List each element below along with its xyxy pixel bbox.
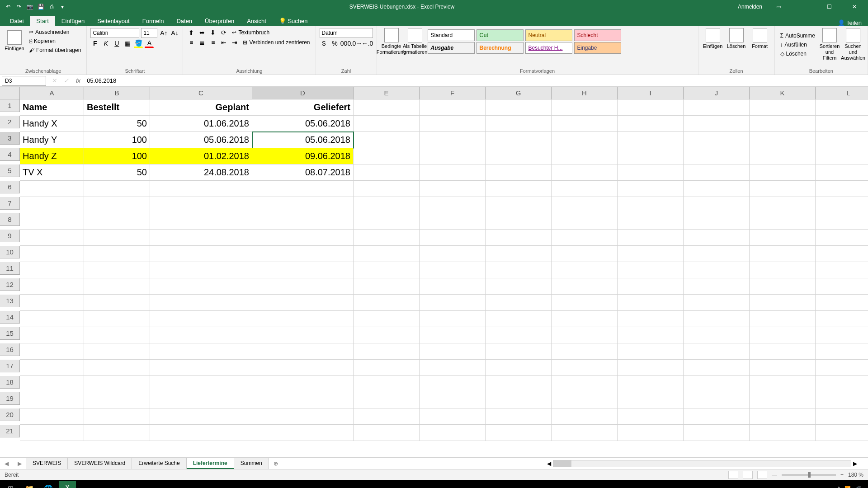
cell-C6[interactable] xyxy=(150,181,252,197)
cell-F11[interactable] xyxy=(420,262,486,278)
cell-D14[interactable] xyxy=(252,311,354,327)
zoom-in-icon[interactable]: + xyxy=(840,472,844,478)
cell-G5[interactable] xyxy=(486,164,552,181)
cell-H10[interactable] xyxy=(552,246,618,262)
cell-L9[interactable] xyxy=(816,230,868,246)
hscroll-thumb[interactable] xyxy=(553,460,571,467)
col-header-G[interactable]: G xyxy=(486,87,552,99)
cell-H12[interactable] xyxy=(552,278,618,295)
cell-I4[interactable] xyxy=(618,148,684,164)
cell-D5[interactable]: 08.07.2018 xyxy=(252,164,354,181)
row-header-7[interactable]: 7 xyxy=(0,197,20,210)
row-header-21[interactable]: 21 xyxy=(0,425,20,437)
tab-nav-prev-icon[interactable]: ◀ xyxy=(0,460,13,467)
cell-B5[interactable]: 50 xyxy=(84,164,150,181)
close-icon[interactable]: ✕ xyxy=(845,0,863,14)
cell-L7[interactable] xyxy=(816,197,868,213)
cell-B15[interactable] xyxy=(84,327,150,343)
autosum-button[interactable]: Σ AutoSumme xyxy=(778,32,817,40)
formula-input[interactable]: 05.06.2018 xyxy=(84,77,868,84)
fill-color-button[interactable]: 🪣 xyxy=(134,39,143,48)
tab-datei[interactable]: Datei xyxy=(4,16,30,26)
cell-D1[interactable]: Geliefert xyxy=(252,99,354,116)
cell-G11[interactable] xyxy=(486,262,552,278)
search-box[interactable]: 💡 Suchen xyxy=(273,16,314,26)
align-center-icon[interactable]: ≣ xyxy=(198,38,207,47)
cell-H5[interactable] xyxy=(552,164,618,181)
cell-K12[interactable] xyxy=(750,278,816,295)
delete-cells-button[interactable]: Löschen xyxy=(726,28,747,49)
zoom-level[interactable]: 180 % xyxy=(848,472,863,478)
cell-C13[interactable] xyxy=(150,295,252,311)
cell-F18[interactable] xyxy=(420,376,486,392)
cell-D2[interactable]: 05.06.2018 xyxy=(252,116,354,132)
cell-L21[interactable] xyxy=(816,425,868,441)
cell-B6[interactable] xyxy=(84,181,150,197)
cell-I9[interactable] xyxy=(618,230,684,246)
cell-A2[interactable]: Handy X xyxy=(20,116,84,132)
cut-button[interactable]: ✂ Ausschneiden xyxy=(27,28,83,36)
cell-J16[interactable] xyxy=(684,343,750,360)
name-box[interactable] xyxy=(2,76,46,86)
cell-A21[interactable] xyxy=(20,425,84,441)
tab-seitenlayout[interactable]: Seitenlayout xyxy=(91,16,136,26)
view-page-break-icon[interactable] xyxy=(757,471,767,479)
tab-einfuegen[interactable]: Einfügen xyxy=(55,16,91,26)
sheet-tab-liefertermine[interactable]: Liefertermine xyxy=(187,458,234,469)
cell-K13[interactable] xyxy=(750,295,816,311)
cell-I19[interactable] xyxy=(618,392,684,408)
comma-icon[interactable]: 000 xyxy=(341,39,350,48)
cell-J5[interactable] xyxy=(684,164,750,181)
bold-button[interactable]: F xyxy=(90,39,99,48)
cell-A15[interactable] xyxy=(20,327,84,343)
cell-J12[interactable] xyxy=(684,278,750,295)
cell-B13[interactable] xyxy=(84,295,150,311)
cell-C18[interactable] xyxy=(150,376,252,392)
excel-taskbar-icon[interactable]: X xyxy=(59,481,76,488)
clear-button[interactable]: ◇ Löschen xyxy=(778,50,817,58)
row-header-12[interactable]: 12 xyxy=(0,278,20,291)
hscroll-right-icon[interactable]: ▶ xyxy=(851,460,859,467)
cell-C8[interactable] xyxy=(150,213,252,230)
cell-E18[interactable] xyxy=(354,376,420,392)
cell-G2[interactable] xyxy=(486,116,552,132)
cell-G7[interactable] xyxy=(486,197,552,213)
cell-I11[interactable] xyxy=(618,262,684,278)
border-button[interactable]: ▦ xyxy=(123,39,132,48)
cell-D9[interactable] xyxy=(252,230,354,246)
cell-K18[interactable] xyxy=(750,376,816,392)
row-header-5[interactable]: 5 xyxy=(0,164,20,177)
cell-G14[interactable] xyxy=(486,311,552,327)
cell-G8[interactable] xyxy=(486,213,552,230)
cell-L4[interactable] xyxy=(816,148,868,164)
cell-I20[interactable] xyxy=(618,408,684,425)
cell-E4[interactable] xyxy=(354,148,420,164)
tab-formeln[interactable]: Formeln xyxy=(136,16,170,26)
cell-E2[interactable] xyxy=(354,116,420,132)
cell-K2[interactable] xyxy=(750,116,816,132)
cell-C12[interactable] xyxy=(150,278,252,295)
share-button[interactable]: 👤 Teilen xyxy=(838,19,862,26)
cell-F9[interactable] xyxy=(420,230,486,246)
cell-G15[interactable] xyxy=(486,327,552,343)
percent-icon[interactable]: % xyxy=(330,39,340,48)
cell-G12[interactable] xyxy=(486,278,552,295)
login-link[interactable]: Anmelden xyxy=(738,4,762,10)
cell-I2[interactable] xyxy=(618,116,684,132)
cell-H14[interactable] xyxy=(552,311,618,327)
cell-C9[interactable] xyxy=(150,230,252,246)
cell-E15[interactable] xyxy=(354,327,420,343)
cell-E17[interactable] xyxy=(354,360,420,376)
cell-I6[interactable] xyxy=(618,181,684,197)
cell-L10[interactable] xyxy=(816,246,868,262)
cell-K5[interactable] xyxy=(750,164,816,181)
cell-E16[interactable] xyxy=(354,343,420,360)
cell-E7[interactable] xyxy=(354,197,420,213)
cell-A7[interactable] xyxy=(20,197,84,213)
cell-J7[interactable] xyxy=(684,197,750,213)
cell-F4[interactable] xyxy=(420,148,486,164)
cell-E3[interactable] xyxy=(354,132,420,148)
fx-icon[interactable]: fx xyxy=(72,77,84,84)
cell-C19[interactable] xyxy=(150,392,252,408)
qat-more-icon[interactable]: ▾ xyxy=(59,3,66,10)
